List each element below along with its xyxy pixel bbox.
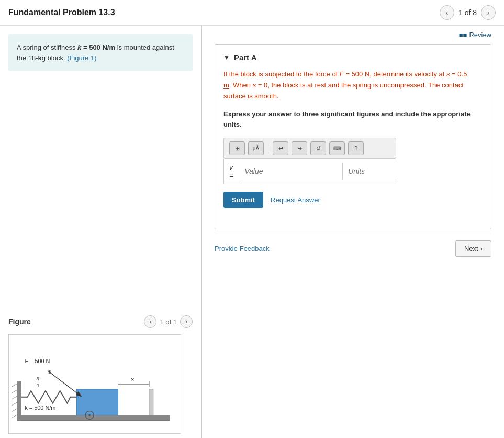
collapse-arrow[interactable]: ▼ <box>223 54 230 61</box>
part-a-label: Part A <box>234 53 257 62</box>
figure-section: Figure ‹ 1 of 1 › <box>0 309 201 438</box>
part-a-body: If the block is subjected to the force o… <box>223 69 483 102</box>
page-title: Fundamental Problem 13.3 <box>8 8 115 17</box>
review-section[interactable]: ■■ Review <box>215 26 491 44</box>
review-icon: ■■ <box>459 31 467 39</box>
svg-text:3: 3 <box>36 376 39 381</box>
help-button[interactable]: ? <box>348 141 364 155</box>
answer-toolbar: ⊞ μÅ ↩ ↪ ↺ ⌨ ? <box>223 138 396 159</box>
variable-label: v = <box>224 159 239 184</box>
figure-link[interactable]: (Figure 1) <box>67 54 96 62</box>
problem-text: A spring of stiffness k = 500 N/m is mou… <box>17 43 174 62</box>
submit-button[interactable]: Submit <box>223 192 263 208</box>
toolbar-separator <box>268 143 268 154</box>
figure-navigation: ‹ 1 of 1 › <box>144 315 193 328</box>
figure-diagram: s F = 500 N 3 4 5 k = 500 N/m <box>9 335 181 433</box>
left-panel: A spring of stiffness k = 500 N/m is mou… <box>0 26 201 438</box>
figure-title: Figure <box>8 317 31 326</box>
next-figure-button[interactable]: › <box>180 315 193 328</box>
matrix-icon-button[interactable]: ⊞ <box>229 141 245 155</box>
svg-rect-12 <box>149 389 153 415</box>
svg-rect-9 <box>76 389 118 415</box>
figure-count: 1 of 1 <box>160 318 177 326</box>
figure-image: s F = 500 N 3 4 5 k = 500 N/m <box>8 334 181 434</box>
units-input[interactable] <box>343 163 446 180</box>
prev-problem-button[interactable]: ‹ <box>440 5 454 20</box>
svg-text:k = 500 N/m: k = 500 N/m <box>25 404 55 411</box>
redo-button[interactable]: ↪ <box>292 141 307 155</box>
next-label: Next <box>464 245 478 253</box>
problem-count: 1 of 8 <box>458 8 477 17</box>
keyboard-button[interactable]: ⌨ <box>329 141 345 155</box>
reset-button[interactable]: ↺ <box>310 141 326 155</box>
units-button[interactable]: μÅ <box>248 141 264 155</box>
value-input[interactable] <box>239 163 343 180</box>
svg-text:5: 5 <box>48 369 51 375</box>
next-arrow-icon: › <box>480 245 483 253</box>
next-problem-button[interactable]: › <box>481 5 496 20</box>
part-a-section: ▼ Part A If the block is subjected to th… <box>215 44 491 229</box>
answer-input-row: v = <box>223 159 396 184</box>
svg-text:F = 500 N: F = 500 N <box>25 358 50 364</box>
page-header: Fundamental Problem 13.3 ‹ 1 of 8 › <box>0 0 504 26</box>
request-answer-link[interactable]: Request Answer <box>271 196 320 204</box>
svg-line-18 <box>48 371 81 396</box>
express-instructions: Express your answer to three significant… <box>223 109 483 129</box>
part-a-header: ▼ Part A <box>223 53 483 62</box>
submit-row: Submit Request Answer <box>223 192 483 208</box>
right-panel: ■■ Review ▼ Part A If the block is subje… <box>202 26 504 438</box>
bottom-bar: Provide Feedback Next › <box>215 234 491 263</box>
svg-rect-2 <box>17 381 21 415</box>
main-layout: A spring of stiffness k = 500 N/m is mou… <box>0 26 504 438</box>
review-label: Review <box>469 31 491 39</box>
undo-button[interactable]: ↩ <box>273 141 288 155</box>
svg-text:4: 4 <box>36 382 39 388</box>
next-button[interactable]: Next › <box>455 240 491 257</box>
header-navigation: ‹ 1 of 8 › <box>440 5 496 20</box>
figure-header: Figure ‹ 1 of 1 › <box>8 315 193 328</box>
prev-figure-button[interactable]: ‹ <box>144 315 156 328</box>
svg-point-11 <box>88 414 91 416</box>
problem-description: A spring of stiffness k = 500 N/m is mou… <box>8 34 193 71</box>
svg-text:s: s <box>131 376 134 383</box>
provide-feedback-link[interactable]: Provide Feedback <box>215 245 270 253</box>
